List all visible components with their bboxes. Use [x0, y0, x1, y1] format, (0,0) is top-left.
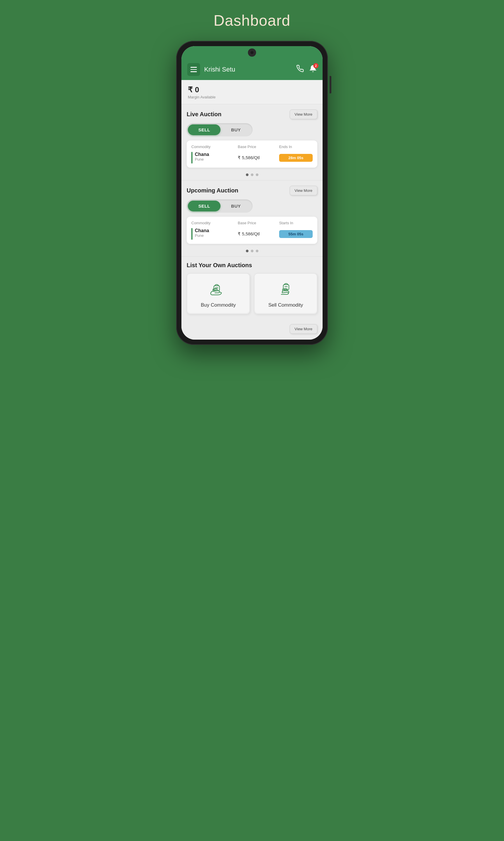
upcoming-dot-1: [246, 250, 249, 252]
upcoming-auction-header: Upcoming Auction View More: [187, 186, 317, 195]
live-card-header: Commodity Base Price Ends In: [191, 144, 313, 149]
camera-lens: [251, 51, 253, 54]
buy-commodity-icon: [208, 281, 229, 298]
live-commodity-info: Chana Pune: [191, 152, 238, 164]
upcoming-card-header: Commodity Base Price Starts In: [191, 221, 313, 225]
live-auction-title: Live Auction: [187, 111, 221, 118]
live-buy-tab[interactable]: BUY: [220, 124, 251, 135]
upcoming-timer: 55m 05s: [279, 230, 313, 238]
upcoming-card-data-row: Chana Pune ₹ 5,586/Qtl 55m 05s: [191, 228, 313, 240]
upcoming-green-bar: [191, 228, 193, 240]
notch-bar: [181, 46, 323, 59]
list-own-view-more[interactable]: View More: [290, 324, 317, 334]
live-auction-card: Commodity Base Price Ends In Chana Pune …: [187, 140, 317, 168]
header-right: 2: [296, 65, 317, 74]
live-commodity-location: Pune: [195, 157, 209, 161]
upcoming-buy-tab[interactable]: BUY: [220, 201, 251, 211]
balance-label: Margin Available: [188, 95, 316, 99]
app-header: Krishi Setu 2: [181, 59, 323, 80]
upcoming-base-price: ₹ 5,586/Qtl: [238, 231, 279, 237]
green-bar: [191, 152, 193, 164]
menu-icon-line1: [191, 67, 197, 68]
live-dot-1: [246, 173, 249, 176]
upcoming-auction-title: Upcoming Auction: [187, 187, 238, 194]
ends-in-col-label: Ends In: [279, 144, 313, 149]
bottom-view-more-area: View More: [181, 321, 323, 340]
page-title: Dashboard: [214, 12, 290, 29]
live-auction-section: Live Auction View More SELL BUY Commodit…: [181, 104, 323, 181]
menu-icon-line3: [191, 71, 197, 72]
live-timer: 28m 05s: [279, 154, 313, 162]
upcoming-commodity-info: Chana Pune: [191, 228, 238, 240]
live-card-data-row: Chana Pune ₹ 5,586/Qtl 28m 05s: [191, 152, 313, 164]
power-button: [329, 76, 331, 93]
sell-commodity-card[interactable]: Sell Commodity: [254, 273, 317, 314]
buy-commodity-card[interactable]: Buy Commodity: [187, 273, 250, 314]
upcoming-commodity-location: Pune: [195, 233, 209, 238]
live-auction-toggle: SELL BUY: [187, 123, 253, 136]
buy-commodity-label: Buy Commodity: [201, 302, 236, 308]
starts-in-col-label: Starts In: [279, 221, 313, 225]
upcoming-dots-row: [187, 247, 317, 254]
sell-commodity-label: Sell Commodity: [268, 302, 303, 308]
live-auction-header: Live Auction View More: [187, 109, 317, 119]
live-commodity-name: Chana: [195, 152, 209, 157]
menu-icon-line2: [191, 69, 197, 70]
app-name: Krishi Setu: [204, 66, 235, 73]
balance-section: ₹ 0 Margin Available: [181, 80, 323, 104]
live-base-price: ₹ 5,586/Qtl: [238, 155, 279, 160]
live-dots-row: [187, 171, 317, 177]
commodity-col-label: Commodity: [191, 144, 238, 149]
upcoming-sell-tab[interactable]: SELL: [188, 201, 220, 211]
camera-notch: [248, 49, 256, 57]
live-sell-tab[interactable]: SELL: [188, 124, 220, 135]
phone-shell: Krishi Setu 2: [176, 41, 328, 345]
base-price-col-label: Base Price: [238, 144, 279, 149]
list-own-section: List Your Own Auctions: [181, 257, 323, 321]
live-dot-3: [256, 173, 258, 176]
upcoming-dot-3: [256, 250, 258, 252]
notification-badge: 2: [313, 63, 319, 68]
phone-icon[interactable]: [296, 65, 304, 74]
menu-button[interactable]: [187, 63, 200, 76]
upcoming-dot-2: [251, 250, 253, 252]
header-left: Krishi Setu: [187, 63, 235, 76]
list-own-title: List Your Own Auctions: [187, 262, 317, 269]
upcoming-base-price-col-label: Base Price: [238, 221, 279, 225]
live-dot-2: [251, 173, 253, 176]
sell-commodity-icon: [276, 281, 296, 298]
commodity-action-cards: Buy Commodity: [187, 273, 317, 314]
balance-amount: ₹ 0: [188, 85, 316, 94]
upcoming-auction-card: Commodity Base Price Starts In Chana Pun…: [187, 217, 317, 244]
live-auction-view-more[interactable]: View More: [290, 109, 317, 119]
upcoming-commodity-name: Chana: [195, 228, 209, 233]
upcoming-auction-section: Upcoming Auction View More SELL BUY Comm…: [181, 181, 323, 257]
notification-icon[interactable]: 2: [309, 65, 317, 74]
upcoming-auction-view-more[interactable]: View More: [290, 186, 317, 195]
upcoming-auction-toggle: SELL BUY: [187, 200, 253, 212]
upcoming-commodity-col-label: Commodity: [191, 221, 238, 225]
